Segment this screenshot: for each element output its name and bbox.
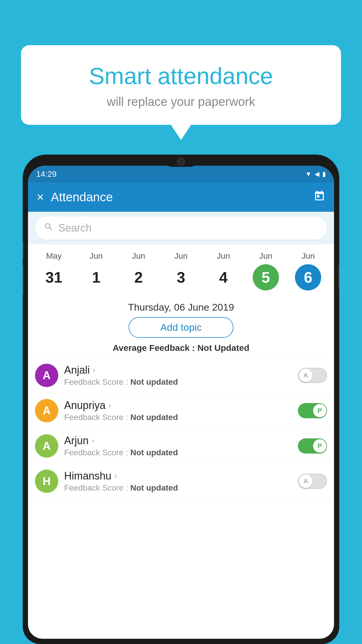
avatar-arjun: A [35,434,58,458]
app-bar-title: Attendance [51,190,314,204]
date-number-0: 31 [41,264,67,290]
toggle-knob-arjun: P [313,439,326,453]
student-name-anupriya: Anupriya › [64,399,292,412]
volume-up-button [23,242,24,258]
chevron-icon-arjun: › [92,436,94,445]
status-time: 14:29 [36,169,57,179]
calendar-day-2[interactable]: Jun 2 [126,251,152,290]
chevron-icon-anupriya: › [108,401,111,410]
search-input[interactable]: Search [58,222,92,234]
date-number-2: 2 [126,264,152,290]
power-button [338,265,339,289]
speech-bubble: Smart attendance will replace your paper… [21,45,341,125]
battery-icon: ▮ [322,170,326,178]
student-list: A Anjali › Feedback Score : Not updated … [28,358,334,499]
search-container: Search [28,212,334,244]
speech-bubble-container: Smart attendance will replace your paper… [21,45,341,125]
wifi-icon: ▼ [305,170,312,178]
toggle-knob-anjali: A [299,369,312,382]
month-label-6: Jun [302,251,315,261]
student-item-himanshu[interactable]: H Himanshu › Feedback Score : Not update… [28,464,334,499]
calendar-icon[interactable] [314,190,325,204]
toggle-himanshu[interactable]: A [298,474,327,489]
toggle-knob-himanshu: A [299,475,312,488]
month-label-2: Jun [132,251,145,261]
close-button[interactable]: × [37,190,44,204]
student-info-anjali: Anjali › Feedback Score : Not updated [64,364,292,387]
bubble-subtitle: will replace your paperwork [38,95,324,109]
avatar-anjali: A [35,364,58,387]
calendar-day-6[interactable]: Jun 6 [295,251,321,290]
date-number-6: 6 [295,264,321,290]
phone-screen: 14:29 ▼ ◀ ▮ × Attendance [28,166,334,639]
volume-down-button [23,265,24,295]
chevron-icon-anjali: › [93,365,95,375]
student-name-arjun: Arjun › [64,435,292,447]
student-name-anjali: Anjali › [64,364,292,376]
feedback-score-himanshu: Feedback Score : Not updated [64,483,292,493]
calendar-day-0[interactable]: May 31 [41,251,67,290]
calendar-row: May 31 Jun 1 Jun 2 Jun 3 Jun 4 [33,251,329,290]
date-number-5: 5 [253,264,279,290]
month-label-5: Jun [259,251,272,261]
add-topic-button[interactable]: Add topic [129,317,233,338]
toggle-anupriya[interactable]: P [298,403,327,418]
signal-icon: ◀ [314,170,319,178]
month-label-4: Jun [217,251,230,261]
status-bar: 14:29 ▼ ◀ ▮ [28,166,334,183]
avatar-anupriya: A [35,399,58,422]
student-item-anjali[interactable]: A Anjali › Feedback Score : Not updated … [28,358,334,393]
month-label-1: Jun [90,251,103,261]
chevron-icon-himanshu: › [114,471,117,481]
content-area: Thursday, 06 June 2019 Add topic Average… [28,296,334,358]
month-label-0: May [46,251,61,261]
calendar-day-1[interactable]: Jun 1 [83,251,109,290]
toggle-arjun[interactable]: P [298,438,327,454]
avg-feedback: Average Feedback : Not Updated [35,343,327,358]
avatar-himanshu: H [35,470,58,493]
calendar-day-4[interactable]: Jun 4 [210,251,236,290]
calendar-day-5[interactable]: Jun 5 [253,251,279,290]
calendar-container: May 31 Jun 1 Jun 2 Jun 3 Jun 4 [28,244,334,296]
date-number-1: 1 [83,264,109,290]
feedback-score-anjali: Feedback Score : Not updated [64,377,292,387]
date-number-4: 4 [210,264,236,290]
status-icons: ▼ ◀ ▮ [305,170,326,178]
selected-date: Thursday, 06 June 2019 [35,296,327,317]
toggle-anjali[interactable]: A [298,368,327,383]
student-item-anupriya[interactable]: A Anupriya › Feedback Score : Not update… [28,393,334,428]
feedback-score-arjun: Feedback Score : Not updated [64,448,292,457]
avg-feedback-value: Not Updated [197,343,249,353]
student-info-himanshu: Himanshu › Feedback Score : Not updated [64,470,292,493]
avg-feedback-label: Average Feedback : [113,343,195,353]
search-icon [44,222,54,234]
month-label-3: Jun [174,251,187,261]
phone-frame: 14:29 ▼ ◀ ▮ × Attendance [23,155,339,644]
phone-camera [177,158,185,166]
feedback-score-anupriya: Feedback Score : Not updated [64,413,292,422]
toggle-knob-anupriya: P [313,404,326,417]
calendar-day-3[interactable]: Jun 3 [168,251,194,290]
student-item-arjun[interactable]: A Arjun › Feedback Score : Not updated P [28,428,334,464]
bubble-title: Smart attendance [38,63,324,90]
date-number-3: 3 [168,264,194,290]
app-bar: × Attendance [28,183,334,212]
student-info-anupriya: Anupriya › Feedback Score : Not updated [64,399,292,422]
student-info-arjun: Arjun › Feedback Score : Not updated [64,435,292,457]
search-bar[interactable]: Search [35,216,327,240]
student-name-himanshu: Himanshu › [64,470,292,482]
